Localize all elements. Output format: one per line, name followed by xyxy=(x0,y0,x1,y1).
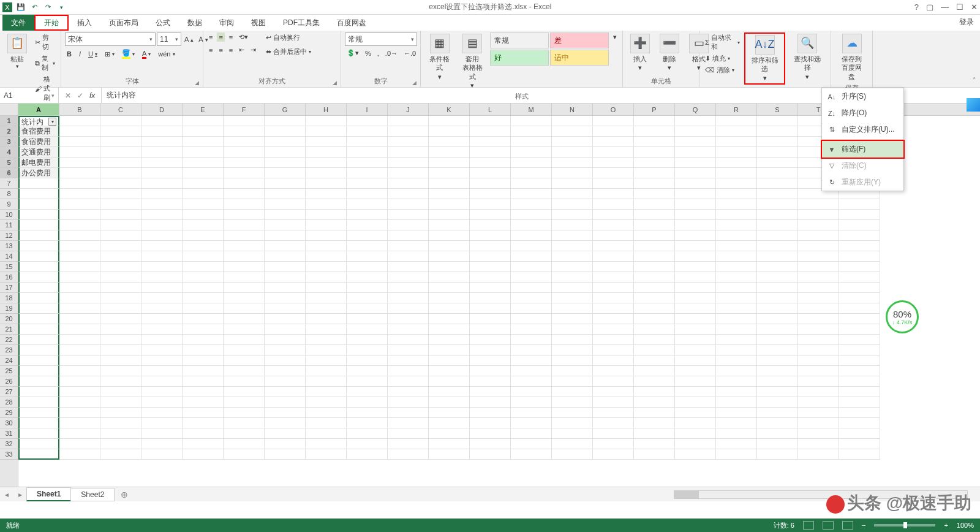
cell-M20[interactable] xyxy=(511,314,552,324)
cell-J6[interactable] xyxy=(388,168,429,178)
cell-T17[interactable] xyxy=(798,283,839,293)
cell-C23[interactable] xyxy=(100,345,141,355)
cell-S20[interactable] xyxy=(757,314,798,324)
close-icon[interactable]: ✕ xyxy=(971,2,978,12)
row-header-20[interactable]: 20 xyxy=(0,314,18,324)
align-center-button[interactable]: ≡ xyxy=(217,45,224,55)
column-header-S[interactable]: S xyxy=(757,104,798,115)
cell-T9[interactable] xyxy=(798,199,839,210)
cell-S13[interactable] xyxy=(757,241,798,251)
column-header-M[interactable]: M xyxy=(511,104,552,115)
cell-C3[interactable] xyxy=(100,137,141,147)
cell-G7[interactable] xyxy=(265,178,306,189)
cell-I3[interactable] xyxy=(347,137,388,147)
cell-T16[interactable] xyxy=(798,272,839,283)
cell-P6[interactable] xyxy=(634,168,675,178)
zoom-slider[interactable] xyxy=(874,524,935,526)
row-header-11[interactable]: 11 xyxy=(0,220,18,230)
cell-H21[interactable] xyxy=(306,324,347,335)
row-header-23[interactable]: 23 xyxy=(0,345,18,355)
cell-B1[interactable] xyxy=(59,116,100,126)
cell-P15[interactable] xyxy=(634,262,675,272)
cell-S25[interactable] xyxy=(757,366,798,376)
cell-R18[interactable] xyxy=(716,293,757,303)
cell-K23[interactable] xyxy=(429,345,470,355)
cell-K20[interactable] xyxy=(429,314,470,324)
cell-K32[interactable] xyxy=(429,439,470,449)
cell-N30[interactable] xyxy=(552,418,593,428)
cell-A21[interactable] xyxy=(18,324,59,335)
cell-R4[interactable] xyxy=(716,147,757,158)
phonetic-button[interactable]: wén▾ xyxy=(156,48,176,59)
dialog-launcher-icon[interactable]: ◢ xyxy=(333,80,337,86)
tab-review[interactable]: 审阅 xyxy=(211,15,243,31)
cell-S23[interactable] xyxy=(757,345,798,355)
column-header-Q[interactable]: Q xyxy=(675,104,716,115)
row-header-28[interactable]: 28 xyxy=(0,397,18,408)
cell-H32[interactable] xyxy=(306,439,347,449)
cell-D7[interactable] xyxy=(141,178,183,189)
cell-I33[interactable] xyxy=(347,449,388,460)
cell-Q10[interactable] xyxy=(675,210,716,220)
column-header-E[interactable]: E xyxy=(183,104,224,115)
cell-E4[interactable] xyxy=(183,147,224,158)
cell-I18[interactable] xyxy=(347,293,388,303)
cell-L23[interactable] xyxy=(470,345,511,355)
cell-E33[interactable] xyxy=(183,449,224,460)
cell-B8[interactable] xyxy=(59,189,100,199)
cell-D13[interactable] xyxy=(141,241,183,251)
cell-D16[interactable] xyxy=(141,272,183,283)
cell-N13[interactable] xyxy=(552,241,593,251)
cell-T12[interactable] xyxy=(798,230,839,241)
cell-I27[interactable] xyxy=(347,387,388,397)
cell-T21[interactable] xyxy=(798,324,839,335)
cell-E13[interactable] xyxy=(183,241,224,251)
cell-N19[interactable] xyxy=(552,303,593,314)
cell-K14[interactable] xyxy=(429,251,470,262)
cell-U21[interactable] xyxy=(839,324,880,335)
cell-M31[interactable] xyxy=(511,428,552,439)
cell-L20[interactable] xyxy=(470,314,511,324)
cell-Q30[interactable] xyxy=(675,418,716,428)
cell-N10[interactable] xyxy=(552,210,593,220)
cell-G21[interactable] xyxy=(265,324,306,335)
cell-K6[interactable] xyxy=(429,168,470,178)
cell-D9[interactable] xyxy=(141,199,183,210)
border-button[interactable]: ⊞▾ xyxy=(103,48,116,59)
cell-L8[interactable] xyxy=(470,189,511,199)
clear-button[interactable]: ⌫清除▾ xyxy=(703,65,742,75)
cell-P10[interactable] xyxy=(634,210,675,220)
cell-I19[interactable] xyxy=(347,303,388,314)
cell-C9[interactable] xyxy=(100,199,141,210)
cell-C17[interactable] xyxy=(100,283,141,293)
cell-D8[interactable] xyxy=(141,189,183,199)
cell-F26[interactable] xyxy=(224,376,265,387)
cell-K4[interactable] xyxy=(429,147,470,158)
grow-font-button[interactable]: A▴ xyxy=(183,32,195,46)
cell-Q15[interactable] xyxy=(675,262,716,272)
cell-J3[interactable] xyxy=(388,137,429,147)
cell-J17[interactable] xyxy=(388,283,429,293)
cell-T13[interactable] xyxy=(798,241,839,251)
cell-Q2[interactable] xyxy=(675,126,716,137)
cell-O4[interactable] xyxy=(593,147,634,158)
filter-dropdown-icon[interactable]: ▾ xyxy=(48,118,56,126)
cell-Q13[interactable] xyxy=(675,241,716,251)
cell-H2[interactable] xyxy=(306,126,347,137)
cell-Q28[interactable] xyxy=(675,397,716,408)
cell-M2[interactable] xyxy=(511,126,552,137)
orientation-button[interactable]: ⟲▾ xyxy=(237,32,250,42)
cell-O8[interactable] xyxy=(593,189,634,199)
cell-L9[interactable] xyxy=(470,199,511,210)
row-header-15[interactable]: 15 xyxy=(0,262,18,272)
row-header-7[interactable]: 7 xyxy=(0,178,18,189)
cell-L28[interactable] xyxy=(470,397,511,408)
cell-F5[interactable] xyxy=(224,158,265,168)
cell-O19[interactable] xyxy=(593,303,634,314)
cell-J2[interactable] xyxy=(388,126,429,137)
cell-G6[interactable] xyxy=(265,168,306,178)
cell-N25[interactable] xyxy=(552,366,593,376)
column-header-D[interactable]: D xyxy=(141,104,183,115)
fx-icon[interactable]: fx xyxy=(89,91,95,100)
row-header-19[interactable]: 19 xyxy=(0,303,18,314)
